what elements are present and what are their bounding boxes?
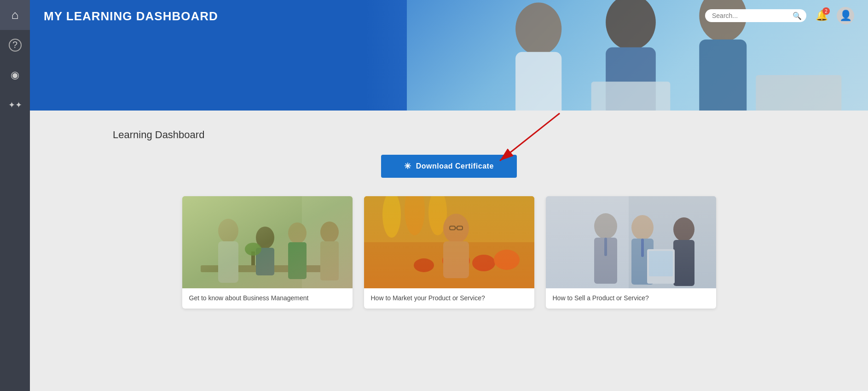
download-button-label: Download Certificate <box>416 162 494 170</box>
svg-rect-40 <box>546 196 629 288</box>
svg-point-15 <box>218 219 238 243</box>
course-card-2-title: How to Market your Product or Service? <box>371 294 485 302</box>
svg-point-33 <box>414 258 434 272</box>
sidebar: ⌂ ? ◉ ✦✦ <box>0 0 30 391</box>
favorites-icon: ✦✦ <box>8 100 22 110</box>
course-card-1-image <box>182 196 353 288</box>
svg-point-32 <box>494 250 520 270</box>
course-cards-row: Get to know about Business Management <box>113 196 785 309</box>
svg-rect-14 <box>201 265 339 272</box>
svg-point-31 <box>472 255 495 271</box>
course-card-3-title: How to Sell a Product or Service? <box>553 294 649 302</box>
search-wrapper: 🔍 <box>705 9 806 22</box>
course-card-1-label: Get to know about Business Management <box>182 288 353 309</box>
search-input[interactable] <box>705 9 806 22</box>
course-card-3-image <box>546 196 716 288</box>
svg-rect-46 <box>631 239 654 285</box>
svg-rect-50 <box>647 249 675 284</box>
svg-rect-1 <box>516 52 562 111</box>
svg-point-42 <box>594 213 617 239</box>
svg-rect-43 <box>594 238 617 284</box>
sidebar-item-community[interactable]: ◉ <box>0 60 30 90</box>
svg-rect-44 <box>604 238 607 256</box>
svg-point-27 <box>382 196 401 238</box>
search-icon: 🔍 <box>793 12 802 20</box>
svg-point-2 <box>606 0 656 50</box>
download-section: ✳ Download Certificate <box>113 155 785 178</box>
svg-point-48 <box>673 217 694 241</box>
user-avatar[interactable]: 👤 <box>837 7 854 24</box>
course-card-2[interactable]: How to Market your Product or Service? <box>364 196 534 309</box>
svg-point-34 <box>443 214 469 243</box>
svg-point-30 <box>442 251 470 270</box>
header-controls: 🔍 🔔 2 👤 <box>705 7 854 24</box>
sidebar-item-home[interactable]: ⌂ <box>0 0 30 30</box>
svg-rect-41 <box>629 196 716 288</box>
main-content: MY LEARNING DASHBOARD <box>30 0 868 391</box>
svg-rect-26 <box>364 242 534 288</box>
user-icon: 👤 <box>839 10 852 22</box>
svg-rect-39 <box>546 196 716 288</box>
svg-rect-47 <box>641 239 644 257</box>
page-header-title: MY LEARNING DASHBOARD <box>44 9 218 23</box>
svg-rect-18 <box>256 248 274 275</box>
course-card-2-label: How to Market your Product or Service? <box>364 288 534 309</box>
svg-rect-25 <box>364 196 534 288</box>
svg-rect-13 <box>302 196 353 288</box>
course-card-1-title: Get to know about Business Management <box>189 294 309 302</box>
svg-rect-35 <box>443 241 469 278</box>
svg-point-21 <box>320 222 339 243</box>
course-card-3[interactable]: How to Sell a Product or Service? <box>546 196 716 309</box>
home-icon: ⌂ <box>12 8 19 22</box>
svg-rect-49 <box>673 240 694 286</box>
certificate-star-icon: ✳ <box>404 161 411 171</box>
svg-point-0 <box>516 3 562 55</box>
svg-rect-23 <box>251 251 255 265</box>
svg-rect-36 <box>450 226 455 230</box>
sidebar-item-favorites[interactable]: ✦✦ <box>0 90 30 120</box>
dashboard-title: Learning Dashboard <box>113 129 785 141</box>
download-certificate-button[interactable]: ✳ Download Certificate <box>381 155 517 178</box>
svg-point-45 <box>631 215 654 240</box>
notification-count: 2 <box>822 7 830 15</box>
svg-point-24 <box>245 243 261 256</box>
course-card-3-label: How to Sell a Product or Service? <box>546 288 716 309</box>
svg-point-19 <box>288 222 307 244</box>
svg-rect-20 <box>288 242 307 279</box>
svg-rect-12 <box>182 196 353 288</box>
svg-rect-5 <box>700 40 747 111</box>
content-area: Learning Dashboard ✳ Download Certificat… <box>30 111 868 391</box>
svg-rect-51 <box>649 251 673 276</box>
svg-point-29 <box>428 196 447 235</box>
community-icon: ◉ <box>11 69 19 81</box>
svg-rect-6 <box>591 82 671 111</box>
help-icon: ? <box>9 39 22 52</box>
svg-point-28 <box>405 196 425 235</box>
svg-rect-16 <box>218 241 238 283</box>
course-card-2-image <box>364 196 534 288</box>
sidebar-item-help[interactable]: ? <box>0 30 30 60</box>
svg-rect-37 <box>457 226 463 230</box>
notification-button[interactable]: 🔔 2 <box>813 7 830 24</box>
course-card-1[interactable]: Get to know about Business Management <box>182 196 353 309</box>
svg-point-17 <box>256 227 274 249</box>
header-banner: MY LEARNING DASHBOARD <box>30 0 868 111</box>
svg-rect-22 <box>320 241 339 280</box>
svg-rect-8 <box>756 75 842 111</box>
